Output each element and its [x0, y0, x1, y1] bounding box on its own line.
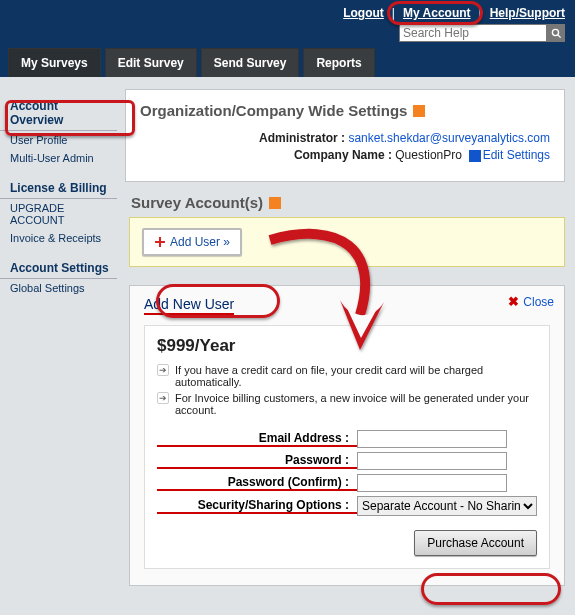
arrow-right-icon: ➔	[157, 364, 169, 376]
header-links: Logout | My Account | Help/Support	[343, 6, 565, 20]
svg-rect-3	[155, 241, 165, 243]
price-text: $999/Year	[157, 336, 537, 356]
logout-link[interactable]: Logout	[343, 6, 384, 20]
sidebar-heading-license: License & Billing	[0, 177, 117, 199]
org-settings-panel: Organization/Company Wide Settings Admin…	[125, 89, 565, 182]
tab-my-surveys[interactable]: My Surveys	[8, 48, 101, 77]
tab-bar: My Surveys Edit Survey Send Survey Repor…	[0, 48, 575, 77]
help-icon[interactable]	[413, 105, 425, 117]
header: Logout | My Account | Help/Support My Su…	[0, 0, 575, 77]
price-block: $999/Year ➔ If you have a credit card on…	[144, 325, 550, 569]
security-select[interactable]: Separate Account - No Sharing	[357, 496, 537, 516]
sidebar: Account Overview User Profile Multi-User…	[0, 77, 117, 596]
tab-send-survey[interactable]: Send Survey	[201, 48, 300, 77]
sidebar-item-multi-user-admin[interactable]: Multi-User Admin	[0, 149, 117, 167]
company-row: Company Name : QuestionPro Edit Settings	[140, 148, 550, 162]
admin-row: Administrator : sanket.shekdar@surveyana…	[140, 131, 550, 145]
separator: |	[475, 6, 486, 20]
form-area: Email Address : Password : Password (Con…	[157, 430, 537, 516]
arrow-right-icon: ➔	[157, 392, 169, 404]
svg-point-0	[552, 29, 558, 35]
sidebar-heading-settings: Account Settings	[0, 257, 117, 279]
my-account-link[interactable]: My Account	[403, 6, 471, 20]
separator: |	[388, 6, 399, 20]
magnifier-icon	[551, 28, 562, 39]
close-button[interactable]: ✖ Close	[508, 294, 554, 309]
add-user-container: Add User »	[129, 217, 565, 267]
email-field[interactable]	[357, 430, 507, 448]
add-new-user-panel: ✖ Close Add New User $999/Year ➔ If you …	[129, 285, 565, 586]
company-value: QuestionPro	[395, 148, 462, 162]
info-text: If you have a credit card on file, your …	[175, 364, 537, 388]
close-icon: ✖	[508, 294, 519, 309]
tab-edit-survey[interactable]: Edit Survey	[105, 48, 197, 77]
info-row: ➔ For Invoice billing customers, a new i…	[157, 392, 537, 416]
search-button[interactable]	[547, 24, 565, 42]
edit-icon	[469, 150, 481, 162]
plus-icon	[154, 236, 166, 248]
svg-line-1	[557, 34, 560, 37]
org-settings-title: Organization/Company Wide Settings	[140, 102, 550, 119]
survey-accounts-heading: Survey Account(s)	[131, 194, 565, 211]
modal-title: Add New User	[144, 296, 234, 315]
email-label: Email Address :	[157, 431, 357, 447]
help-support-link[interactable]: Help/Support	[490, 6, 565, 20]
help-icon[interactable]	[269, 197, 281, 209]
password-field[interactable]	[357, 452, 507, 470]
sidebar-heading-overview: Account Overview	[0, 95, 117, 131]
sidebar-item-user-profile[interactable]: User Profile	[0, 131, 117, 149]
tab-reports[interactable]: Reports	[303, 48, 374, 77]
info-text: For Invoice billing customers, a new inv…	[175, 392, 537, 416]
sidebar-item-upgrade[interactable]: UPGRADE ACCOUNT	[0, 199, 117, 229]
security-label: Security/Sharing Options :	[157, 498, 357, 514]
password-confirm-field[interactable]	[357, 474, 507, 492]
password-confirm-label: Password (Confirm) :	[157, 475, 357, 491]
main-area: Organization/Company Wide Settings Admin…	[117, 77, 575, 596]
add-user-label: Add User »	[170, 235, 230, 249]
info-row: ➔ If you have a credit card on file, you…	[157, 364, 537, 388]
edit-settings-link[interactable]: Edit Settings	[483, 148, 550, 162]
sidebar-item-invoice[interactable]: Invoice & Receipts	[0, 229, 117, 247]
sidebar-item-global-settings[interactable]: Global Settings	[0, 279, 117, 297]
admin-label: Administrator :	[259, 131, 345, 145]
add-user-button[interactable]: Add User »	[142, 228, 242, 256]
company-label: Company Name :	[294, 148, 392, 162]
admin-email-link[interactable]: sanket.shekdar@surveyanalytics.com	[348, 131, 550, 145]
close-label: Close	[523, 295, 554, 309]
purchase-account-button[interactable]: Purchase Account	[414, 530, 537, 556]
password-label: Password :	[157, 453, 357, 469]
search-input[interactable]	[399, 24, 547, 42]
